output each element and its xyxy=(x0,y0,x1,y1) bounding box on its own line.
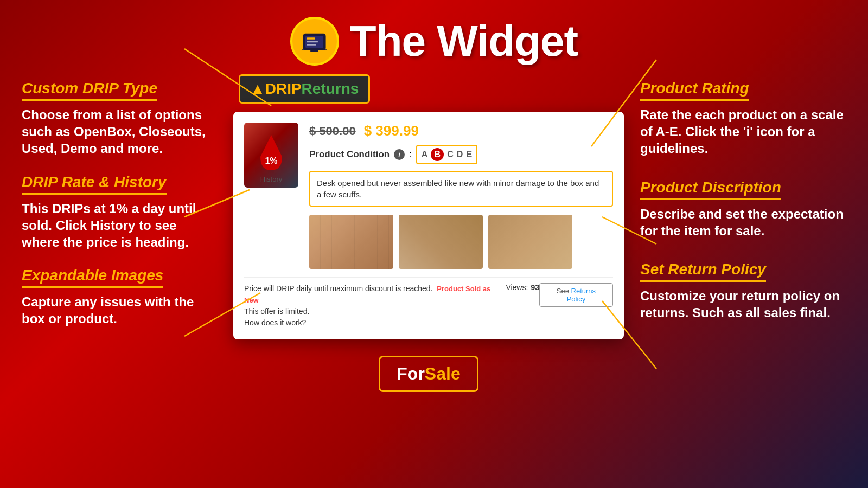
custom-drip-type-desc: Choose from a list of options such as Op… xyxy=(22,106,217,157)
drip-rate-history-title: DRIP Rate & History xyxy=(22,174,167,195)
center-column: ▲DRIPReturns 1% History xyxy=(233,74,624,481)
logo-icon xyxy=(290,17,339,66)
drip-info-line2: This offer is limited. xyxy=(244,306,506,317)
drip-logo-returns: Returns xyxy=(302,80,359,97)
drip-info-line1: Price will DRIP daily until maximum disc… xyxy=(244,283,506,306)
feature-expandable-images: Expandable Images Capture any issues wit… xyxy=(22,267,217,327)
sale-text: Sale xyxy=(425,364,461,383)
new-price: $ 399.99 xyxy=(364,123,419,139)
feature-drip-rate-history: DRIP Rate & History This DRIPs at 1% a d… xyxy=(22,174,217,251)
drip-rate-history-desc: This DRIPs at 1% a day until sold. Click… xyxy=(22,200,217,251)
views-count: 93 xyxy=(531,283,539,292)
custom-drip-type-title: Custom DRIP Type xyxy=(22,80,157,101)
images-row xyxy=(309,215,613,269)
drip-drop-icon: 1% xyxy=(252,132,290,178)
info-icon[interactable]: i xyxy=(394,149,405,160)
header: The Widget xyxy=(0,0,868,74)
for-sale-badge: ForSale xyxy=(379,356,478,392)
svg-rect-9 xyxy=(307,41,318,42)
condition-row: Product Condition i : A B C D E xyxy=(309,145,613,164)
drip-logo-bar: ▲DRIPReturns xyxy=(239,74,370,104)
header-title: The Widget xyxy=(350,16,578,66)
product-description-desc: Describe and set the expectation for the… xyxy=(640,206,846,239)
views-label: Views: xyxy=(506,283,528,292)
product-info: $ 500.00 $ 399.99 Product Condition i : … xyxy=(309,123,613,207)
drip-info-block: Price will DRIP daily until maximum disc… xyxy=(244,283,506,329)
feature-custom-drip-type: Custom DRIP Type Choose from a list of o… xyxy=(22,80,217,157)
returns-policy-link-text: Returns Policy xyxy=(567,287,596,303)
product-description-title: Product Discription xyxy=(640,179,781,200)
right-column: Product Rating Rate the each product on … xyxy=(640,74,846,481)
expandable-images-desc: Capture any issues with the box or produ… xyxy=(22,293,217,327)
description-box[interactable]: Desk opened but never assembled like new… xyxy=(309,171,613,207)
views-block: Views: 93 xyxy=(506,283,539,292)
feature-product-rating: Product Rating Rate the each product on … xyxy=(640,80,846,157)
set-return-policy-desc: Customize your return policy on returns.… xyxy=(640,287,846,321)
condition-option-e[interactable]: E xyxy=(466,150,472,159)
drip-logo-drip: ▲DRIP xyxy=(250,80,302,97)
condition-option-d[interactable]: D xyxy=(457,150,463,159)
condition-option-b[interactable]: B xyxy=(431,148,444,161)
history-button[interactable]: History xyxy=(260,175,282,183)
widget-bottom-info: Price will DRIP daily until maximum disc… xyxy=(244,277,613,329)
svg-rect-8 xyxy=(307,37,315,40)
price-row: $ 500.00 $ 399.99 xyxy=(309,123,613,139)
product-image-1[interactable] xyxy=(309,215,393,269)
feature-set-return-policy: Set Return Policy Customize your return … xyxy=(640,261,846,321)
widget-icon xyxy=(299,27,329,56)
condition-option-c[interactable]: C xyxy=(447,150,454,159)
svg-text:1%: 1% xyxy=(265,156,277,165)
for-sale-inner: ForSale xyxy=(379,356,478,392)
feature-product-description: Product Discription Describe and set the… xyxy=(640,179,846,239)
returns-policy-button[interactable]: See Returns Policy xyxy=(539,283,613,307)
product-rating-title: Product Rating xyxy=(640,80,749,101)
svg-rect-12 xyxy=(310,50,318,52)
product-image-3[interactable] xyxy=(488,215,572,269)
set-return-policy-title: Set Return Policy xyxy=(640,261,766,282)
condition-option-a[interactable]: A xyxy=(422,150,428,159)
old-price: $ 500.00 xyxy=(309,124,356,138)
main-layout: Custom DRIP Type Choose from a list of o… xyxy=(0,74,868,481)
left-column: Custom DRIP Type Choose from a list of o… xyxy=(22,74,217,481)
product-thumbnail: 1% History xyxy=(244,123,298,188)
widget-top: 1% History $ 500.00 $ 399.99 Product Con… xyxy=(244,123,613,207)
drip-logo-text: ▲DRIPReturns xyxy=(250,80,359,98)
svg-rect-10 xyxy=(307,44,316,46)
expandable-images-title: Expandable Images xyxy=(22,267,163,288)
condition-label: Product Condition xyxy=(309,149,390,160)
for-text: For xyxy=(397,364,425,383)
page-wrapper: The Widget Custom DRIP Type Choose from … xyxy=(0,0,868,488)
how-does-it-work-link[interactable]: How does it work? xyxy=(244,318,306,327)
condition-options: A B C D E xyxy=(416,145,477,164)
product-rating-desc: Rate the each product on a scale of A-E.… xyxy=(640,106,846,157)
product-image-2[interactable] xyxy=(399,215,483,269)
widget-card: 1% History $ 500.00 $ 399.99 Product Con… xyxy=(233,112,624,339)
